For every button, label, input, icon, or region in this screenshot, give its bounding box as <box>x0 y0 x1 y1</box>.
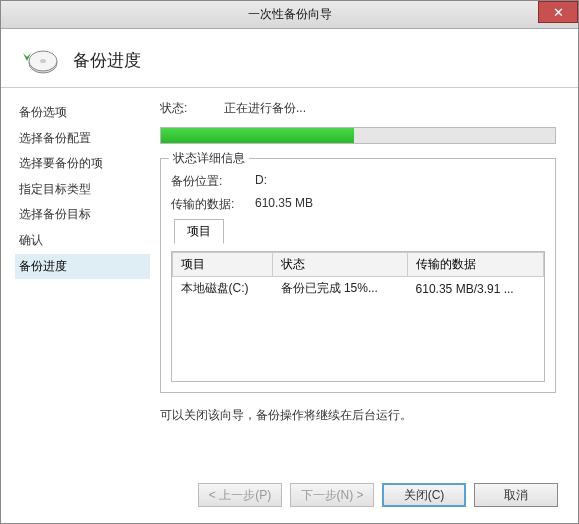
details-group: 状态详细信息 备份位置: D: 传输的数据: 610.35 MB 项目 <box>160 158 556 393</box>
status-value: 正在进行备份... <box>224 100 306 117</box>
cell-state: 备份已完成 15%... <box>273 277 408 301</box>
detail-label: 备份位置: <box>171 173 255 190</box>
sidebar-item-target-type: 指定目标类型 <box>15 177 150 203</box>
detail-label: 传输的数据: <box>171 196 255 213</box>
tabs: 项目 <box>171 219 545 244</box>
detail-row-transfer: 传输的数据: 610.35 MB <box>171 196 545 213</box>
status-label: 状态: <box>160 100 208 117</box>
detail-value: 610.35 MB <box>255 196 313 213</box>
sidebar-item-progress: 备份进度 <box>15 254 150 280</box>
tab-items[interactable]: 项目 <box>174 219 224 244</box>
details-legend: 状态详细信息 <box>169 150 249 167</box>
status-row: 状态: 正在进行备份... <box>160 100 556 117</box>
cancel-button[interactable]: 取消 <box>474 483 558 507</box>
backup-disk-icon <box>21 43 59 77</box>
cell-item: 本地磁盘(C:) <box>173 277 273 301</box>
close-button[interactable]: 关闭(C) <box>382 483 466 507</box>
cell-transfer: 610.35 MB/3.91 ... <box>408 277 544 301</box>
detail-row-location: 备份位置: D: <box>171 173 545 190</box>
col-state[interactable]: 状态 <box>273 253 408 277</box>
table-row[interactable]: 本地磁盘(C:) 备份已完成 15%... 610.35 MB/3.91 ... <box>173 277 544 301</box>
sidebar-item-select-target: 选择备份目标 <box>15 202 150 228</box>
svg-point-2 <box>40 59 46 63</box>
sidebar: 备份选项 选择备份配置 选择要备份的项 指定目标类型 选择备份目标 确认 备份进… <box>1 88 156 468</box>
progress-bar <box>160 127 556 144</box>
sidebar-item-confirm: 确认 <box>15 228 150 254</box>
detail-value: D: <box>255 173 267 190</box>
col-item[interactable]: 项目 <box>173 253 273 277</box>
prev-button: < 上一步(P) <box>198 483 282 507</box>
content: 备份选项 选择备份配置 选择要备份的项 指定目标类型 选择备份目标 确认 备份进… <box>1 88 578 468</box>
close-icon: ✕ <box>553 5 564 20</box>
col-transfer[interactable]: 传输的数据 <box>408 253 544 277</box>
sidebar-item-select-items: 选择要备份的项 <box>15 151 150 177</box>
main-panel: 状态: 正在进行备份... 状态详细信息 备份位置: D: 传输的数据: 610… <box>156 88 578 468</box>
next-button: 下一步(N) > <box>290 483 374 507</box>
titlebar: 一次性备份向导 ✕ <box>1 1 578 29</box>
header: 备份进度 <box>1 29 578 87</box>
items-table: 项目 状态 传输的数据 本地磁盘(C:) 备份已完成 15%... 610.35… <box>172 252 544 381</box>
progress-fill <box>161 128 354 143</box>
page-title: 备份进度 <box>73 49 141 72</box>
footer-buttons: < 上一步(P) 下一步(N) > 关闭(C) 取消 <box>198 483 558 507</box>
sidebar-item-select-config: 选择备份配置 <box>15 126 150 152</box>
items-table-wrap: 项目 状态 传输的数据 本地磁盘(C:) 备份已完成 15%... 610.35… <box>171 251 545 382</box>
wizard-window: 一次性备份向导 ✕ 备份进度 备份选项 选择备份配置 选择要备份的项 指定目标类… <box>0 0 579 524</box>
window-title: 一次性备份向导 <box>1 6 578 23</box>
window-close-button[interactable]: ✕ <box>538 1 578 23</box>
sidebar-item-backup-options: 备份选项 <box>15 100 150 126</box>
close-info-text: 可以关闭该向导，备份操作将继续在后台运行。 <box>160 407 556 424</box>
